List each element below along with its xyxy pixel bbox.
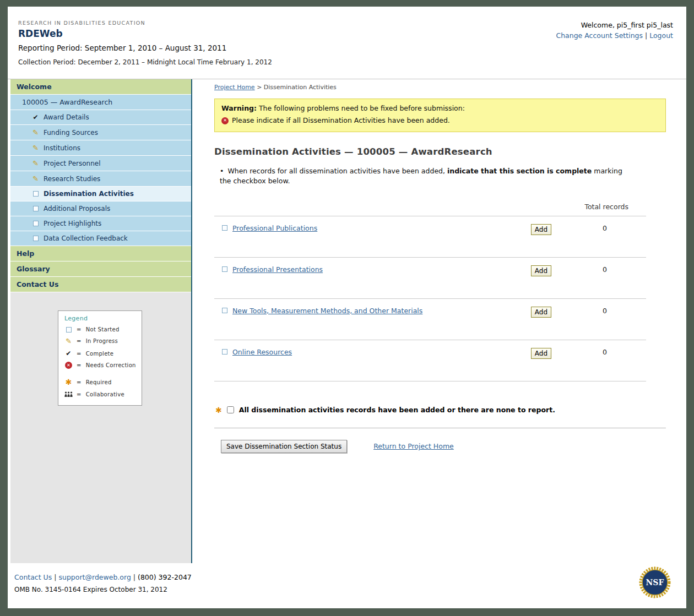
- new-tools-link[interactable]: New Tools, Measurement Methods, and Othe…: [232, 307, 422, 315]
- sidebar: Welcome 100005 — AwardResearch ✔ Award D…: [10, 79, 191, 563]
- status-not-started-icon: [222, 349, 227, 355]
- footer-contact-link[interactable]: Contact Us: [14, 573, 52, 581]
- pencil-icon: ✎: [31, 159, 40, 167]
- sidebar-item-project-highlights[interactable]: Project Highlights: [10, 216, 191, 231]
- sidebar-item-contact-us[interactable]: Contact Us: [10, 277, 191, 292]
- legend-entry: = Not Started: [64, 326, 137, 332]
- add-button[interactable]: Add: [531, 224, 551, 235]
- section-complete-label: All dissemination activities records hav…: [239, 406, 555, 414]
- legend-label: Needs Correction: [86, 362, 136, 368]
- sidebar-item-award-details[interactable]: ✔ Award Details: [10, 110, 191, 125]
- org-name: RESEARCH IN DISABILITIES EDUCATION: [18, 20, 272, 26]
- footer-phone: (800) 392-2047: [138, 573, 192, 581]
- divider: [214, 428, 666, 428]
- sidebar-item-glossary[interactable]: Glossary: [10, 261, 191, 277]
- reporting-period: Reporting Period: September 1, 2010 – Au…: [18, 43, 272, 52]
- sidebar-item-data-collection-feedback[interactable]: Data Collection Feedback: [10, 231, 191, 246]
- activities-table: Total records Professional Publications …: [214, 203, 646, 381]
- not-started-icon: [64, 327, 73, 332]
- status-not-started-icon: [222, 225, 227, 231]
- checkbox-icon: [31, 236, 40, 241]
- add-button[interactable]: Add: [531, 265, 551, 276]
- breadcrumb-separator: >: [257, 84, 262, 91]
- add-button[interactable]: Add: [531, 348, 551, 359]
- online-resources-link[interactable]: Online Resources: [232, 348, 292, 356]
- bullet-icon: •: [220, 167, 224, 175]
- breadcrumb-project-home-link[interactable]: Project Home: [214, 84, 255, 91]
- breadcrumb: Project Home > Dissemination Activities: [214, 84, 686, 91]
- collection-period: Collection Period: December 2, 2011 – Mi…: [18, 58, 272, 66]
- save-section-status-button[interactable]: Save Dissemination Section Status: [221, 440, 347, 453]
- logout-link[interactable]: Logout: [649, 31, 673, 40]
- status-not-started-icon: [222, 266, 227, 272]
- table-row: Professional Publications Add 0: [214, 216, 646, 257]
- required-icon: ✱: [64, 378, 73, 386]
- pencil-icon: ✎: [31, 175, 40, 183]
- footer-email-link[interactable]: support@rdeweb.org: [58, 573, 131, 581]
- record-count: 0: [563, 348, 646, 356]
- section-complete-checkbox[interactable]: [227, 406, 234, 413]
- add-button[interactable]: Add: [531, 307, 551, 318]
- footer-contact-line: Contact Us | support@rdeweb.org | (800) …: [14, 573, 672, 581]
- breadcrumb-current: Dissemination Activities: [264, 84, 337, 91]
- warning-box: Warning: The following problems need to …: [214, 99, 666, 132]
- return-project-home-link[interactable]: Return to Project Home: [373, 442, 454, 450]
- sidebar-item-additional-proposals[interactable]: Additional Proposals: [10, 201, 191, 216]
- header: RESEARCH IN DISABILITIES EDUCATION RDEWe…: [8, 7, 686, 79]
- legend: Legend = Not Started ✎ = In Progress ✔ =…: [58, 310, 142, 406]
- welcome-user: Welcome, pi5_first pi5_last: [556, 21, 673, 29]
- sidebar-item-award[interactable]: 100005 — AwardResearch: [10, 95, 191, 110]
- warning-title: Warning:: [221, 104, 257, 112]
- activities-rows: Professional Publications Add 0 Professi…: [214, 216, 646, 381]
- sidebar-item-dissemination-activities[interactable]: Dissemination Activities: [10, 187, 191, 201]
- content-row: Welcome 100005 — AwardResearch ✔ Award D…: [8, 79, 686, 563]
- sidebar-item-welcome[interactable]: Welcome: [10, 79, 191, 95]
- table-row: Online Resources Add 0: [214, 340, 646, 381]
- warning-line2: ✕ Please indicate if all Dissemination A…: [221, 116, 659, 126]
- footer: Contact Us | support@rdeweb.org | (800) …: [8, 563, 686, 608]
- error-icon: ✕: [221, 117, 229, 124]
- sidebar-item-research-studies[interactable]: ✎ Research Studies: [10, 171, 191, 187]
- header-right: Welcome, pi5_first pi5_last Change Accou…: [556, 20, 673, 79]
- header-left: RESEARCH IN DISABILITIES EDUCATION RDEWe…: [18, 20, 272, 79]
- sidebar-item-funding-sources[interactable]: ✎ Funding Sources: [10, 125, 191, 140]
- sidebar-item-institutions[interactable]: ✎ Institutions: [10, 140, 191, 156]
- required-icon: ✱: [215, 406, 222, 415]
- professional-publications-link[interactable]: Professional Publications: [232, 224, 317, 232]
- account-links: Change Account Settings | Logout: [556, 31, 673, 40]
- change-account-settings-link[interactable]: Change Account Settings: [556, 31, 643, 40]
- legend-label: Complete: [86, 351, 114, 357]
- checkbox-icon: [31, 191, 40, 197]
- sidebar-item-help[interactable]: Help: [10, 246, 191, 261]
- main-content: Project Home > Dissemination Activities …: [191, 79, 686, 563]
- actions-row: Save Dissemination Section Status Return…: [221, 440, 686, 453]
- legend-entry: = Collaborative: [64, 391, 137, 397]
- warning-message: The following problems need to be fixed …: [259, 104, 465, 112]
- record-count: 0: [563, 307, 646, 315]
- sidebar-item-label: Data Collection Feedback: [44, 235, 128, 242]
- record-count: 0: [563, 265, 646, 274]
- check-icon: ✔: [31, 113, 40, 121]
- legend-title: Legend: [64, 315, 137, 322]
- legend-label: Collaborative: [86, 391, 124, 397]
- table-row: Professional Presentations Add 0: [214, 257, 646, 298]
- sidebar-item-label: Institutions: [44, 144, 80, 152]
- legend-label: Required: [86, 379, 112, 385]
- sidebar-item-label: Research Studies: [44, 175, 100, 183]
- warning-line1: Warning: The following problems need to …: [221, 103, 659, 114]
- svg-text:NSF: NSF: [646, 578, 664, 587]
- page: RESEARCH IN DISABILITIES EDUCATION RDEWe…: [8, 7, 686, 608]
- total-records-header: Total records: [214, 203, 646, 211]
- record-count: 0: [563, 224, 646, 232]
- legend-entry: ✕ = Needs Correction: [64, 362, 137, 369]
- legend-entry: ✔ = Complete: [64, 350, 137, 357]
- app-title: RDEWeb: [18, 28, 272, 39]
- professional-presentations-link[interactable]: Professional Presentations: [232, 265, 323, 274]
- legend-entry: ✱ = Required: [64, 378, 137, 386]
- table-row: New Tools, Measurement Methods, and Othe…: [214, 298, 646, 340]
- in-progress-icon: ✎: [64, 337, 73, 345]
- warning-item: Please indicate if all Dissemination Act…: [232, 116, 450, 126]
- sidebar-item-project-personnel[interactable]: ✎ Project Personnel: [10, 156, 191, 171]
- nsf-logo: NSF: [639, 566, 671, 601]
- collaborative-icon: [64, 391, 73, 397]
